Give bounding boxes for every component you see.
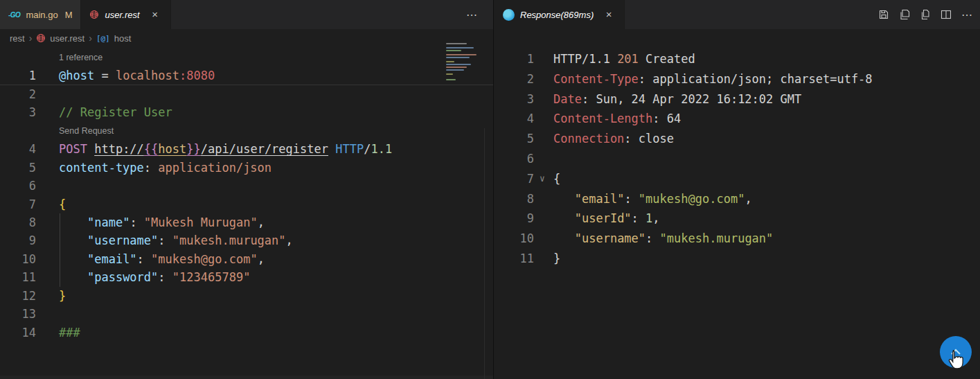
line-number: 5: [0, 159, 36, 177]
breadcrumb-item-file[interactable]: user.rest: [50, 33, 84, 44]
code-line-2[interactable]: 2Content-Type: application/json; charset…: [495, 69, 980, 89]
codelens-link[interactable]: Send Request: [0, 122, 493, 140]
line-number: 7: [0, 195, 36, 213]
editor-group-left: -GO main.go M user.rest × ⋯ rest ›: [0, 0, 494, 379]
code-text: HTTP/1.1 201 Created: [548, 49, 695, 69]
code-line-7[interactable]: 7∨{: [495, 169, 980, 189]
code-line-4[interactable]: 4POST http://{{host}}/api/user/register …: [0, 140, 493, 158]
codelens-label: Send Request: [36, 122, 114, 140]
split-editor-icon[interactable]: [941, 9, 952, 20]
line-number-gutter: [0, 49, 36, 67]
line-number: 10: [495, 229, 534, 249]
line-number: 6: [495, 149, 534, 169]
close-icon[interactable]: ×: [602, 8, 616, 21]
code-line-3[interactable]: 3Date: Sun, 24 Apr 2022 16:12:02 GMT: [495, 89, 980, 109]
code-text: {: [548, 169, 560, 189]
rest-file-editor[interactable]: 1 reference1@host = localhost:808023// R…: [0, 47, 493, 342]
tab-main-go[interactable]: -GO main.go M: [0, 0, 81, 29]
fold-gutter: [537, 109, 548, 129]
code-text: }: [36, 287, 66, 305]
copy-icon[interactable]: [920, 9, 931, 20]
code-text: // Register User: [36, 103, 172, 121]
code-line-4[interactable]: 4Content-Length: 64: [495, 109, 980, 129]
minimap[interactable]: [443, 42, 482, 93]
line-number: 6: [0, 177, 36, 195]
tab-user-rest[interactable]: user.rest ×: [81, 0, 170, 29]
mouse-cursor: [946, 349, 964, 371]
code-line-14[interactable]: 14###: [0, 324, 493, 342]
code-line-6[interactable]: 6: [0, 177, 493, 195]
line-number: 10: [0, 250, 36, 268]
code-line-12[interactable]: 12}: [0, 287, 493, 305]
code-text: Date: Sun, 24 Apr 2022 16:12:02 GMT: [548, 89, 801, 109]
tab-response[interactable]: Response(869ms) ×: [495, 0, 625, 29]
fold-gutter: [537, 209, 548, 229]
code-text: [36, 85, 59, 103]
close-icon[interactable]: ×: [148, 8, 162, 21]
save-icon[interactable]: [878, 9, 889, 20]
line-number: 2: [495, 69, 534, 89]
code-line-8[interactable]: 8 "name": "Mukesh Murugan",: [0, 213, 493, 231]
code-text: "name": "Mukesh Murugan",: [36, 213, 265, 231]
modified-badge: M: [65, 10, 73, 20]
line-number: 4: [495, 109, 534, 129]
code-line-13[interactable]: 13: [0, 305, 493, 323]
more-actions-icon[interactable]: ⋯: [466, 8, 486, 21]
line-number: 7: [495, 169, 534, 189]
save-all-icon[interactable]: [899, 9, 910, 20]
vscode-window: -GO main.go M user.rest × ⋯ rest ›: [0, 0, 980, 379]
line-number: 4: [0, 140, 36, 158]
code-line-9[interactable]: 9 "username": "mukesh.murugan",: [0, 231, 493, 249]
code-line-10[interactable]: 10 "username": "mukesh.murugan": [495, 229, 980, 249]
editor-actions-right: ⋯: [878, 0, 980, 29]
fold-chevron-icon[interactable]: ∨: [537, 169, 548, 189]
code-line-9[interactable]: 9 "userId": 1,: [495, 209, 980, 229]
code-line-11[interactable]: 11}: [495, 249, 980, 269]
globe-icon: [36, 33, 46, 43]
fold-gutter: [537, 129, 548, 149]
code-text: @host = localhost:8080: [36, 67, 215, 85]
code-text: "userId": 1,: [548, 209, 660, 229]
fold-gutter: [537, 229, 548, 249]
breadcrumb-separator: ›: [89, 33, 92, 44]
tab-bar-right: Response(869ms) × ⋯: [495, 0, 980, 29]
response-editor[interactable]: 1HTTP/1.1 201 Created2Content-Type: appl…: [495, 29, 980, 269]
line-number: 9: [495, 209, 534, 229]
code-line-7[interactable]: 7{: [0, 195, 493, 213]
more-actions-icon[interactable]: ⋯: [961, 8, 973, 21]
editor-actions-left: ⋯: [466, 0, 493, 29]
code-text: Connection: close: [548, 129, 674, 149]
code-text: "email": "mukesh@go.com",: [36, 250, 265, 268]
fold-gutter: [537, 149, 548, 169]
breadcrumb-item-rest[interactable]: rest: [10, 33, 25, 44]
line-number: 5: [495, 129, 534, 149]
code-text: ###: [36, 324, 80, 342]
breadcrumb-item-symbol[interactable]: host: [114, 33, 132, 44]
line-number: 1: [0, 67, 36, 85]
code-text: "username": "mukesh.murugan",: [36, 231, 293, 249]
response-icon: [503, 9, 515, 21]
code-line-8[interactable]: 8 "email": "mukesh@go.com",: [495, 189, 980, 209]
line-number: 3: [0, 103, 36, 121]
codelens-link[interactable]: 1 reference: [0, 49, 493, 67]
tab-label: Response(869ms): [520, 10, 594, 20]
code-line-10[interactable]: 10 "email": "mukesh@go.com",: [0, 250, 493, 268]
fold-gutter: [537, 89, 548, 109]
code-line-3[interactable]: 3// Register User: [0, 103, 493, 121]
code-line-2[interactable]: 2: [0, 85, 493, 103]
line-number: 1: [495, 49, 534, 69]
codelens-label: 1 reference: [36, 49, 103, 67]
tab-label: main.go: [26, 10, 57, 20]
fold-gutter: [537, 69, 548, 89]
code-line-11[interactable]: 11 "password": "123465789": [0, 268, 493, 286]
code-line-5[interactable]: 5content-type: application/json: [0, 159, 493, 177]
line-number: 13: [0, 305, 36, 323]
horizontal-scrollbar[interactable]: [0, 376, 493, 379]
code-line-1[interactable]: 1HTTP/1.1 201 Created: [495, 49, 980, 69]
globe-icon: [89, 10, 99, 19]
code-line-6[interactable]: 6: [495, 149, 980, 169]
editor-group-right: Response(869ms) × ⋯ 1HTTP/1.1 201 Cre: [495, 0, 980, 379]
code-line-1[interactable]: 1@host = localhost:8080: [0, 67, 493, 85]
code-line-5[interactable]: 5Connection: close: [495, 129, 980, 149]
line-number: 8: [0, 213, 36, 231]
